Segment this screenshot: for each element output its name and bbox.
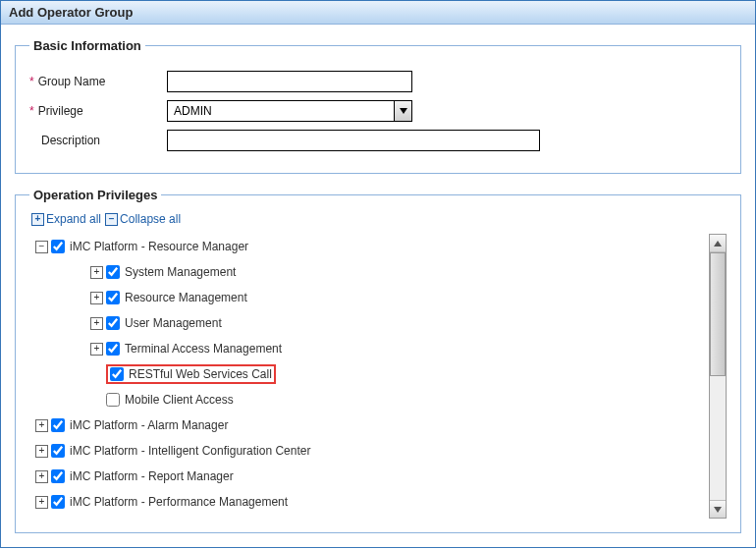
group-name-label-text: Group Name [38, 75, 106, 88]
tree-node[interactable]: +Terminal Access Management [90, 336, 709, 361]
basic-information-fieldset: Basic Information * Group Name * Privile… [15, 38, 741, 174]
tree-toolbar: + Expand all − Collapse all [31, 212, 727, 226]
group-name-row: * Group Name [29, 71, 727, 92]
tree-node[interactable]: Mobile Client Access [90, 387, 709, 412]
tree-area: −iMC Platform - Resource Manager+System … [29, 234, 727, 519]
tree-checkbox[interactable] [110, 367, 124, 381]
operation-privileges-fieldset: Operation Privileges + Expand all − Coll… [15, 188, 741, 533]
expand-all-label: Expand all [46, 212, 101, 226]
privilege-label: * Privilege [29, 104, 167, 118]
chevron-down-icon[interactable] [394, 101, 411, 121]
panel-title: Add Operator Group [1, 1, 755, 25]
privilege-tree: −iMC Platform - Resource Manager+System … [29, 234, 709, 515]
tree-node-label: RESTful Web Services Call [129, 367, 272, 381]
highlighted-node: RESTful Web Services Call [106, 364, 276, 384]
tree-node-label: iMC Platform - Resource Manager [70, 240, 248, 253]
tree-checkbox[interactable] [106, 291, 120, 304]
tree-node[interactable]: +iMC Platform - Report Manager [35, 464, 709, 489]
scroll-down-icon[interactable] [710, 500, 726, 518]
tree-node-label: User Management [125, 316, 222, 330]
basic-information-legend: Basic Information [29, 38, 145, 53]
privilege-value: ADMIN [168, 104, 394, 118]
collapse-all-label: Collapse all [120, 212, 181, 226]
description-label: Description [29, 134, 167, 147]
vertical-scrollbar[interactable] [709, 234, 727, 519]
tree-checkbox[interactable] [51, 444, 65, 458]
tree-node-label: iMC Platform - Alarm Manager [70, 418, 228, 432]
privilege-label-text: Privilege [38, 104, 83, 118]
required-marker: * [29, 75, 34, 88]
svg-marker-2 [714, 507, 722, 513]
collapse-all-button[interactable]: − Collapse all [105, 212, 181, 226]
collapse-icon[interactable]: − [35, 241, 48, 253]
expand-icon[interactable]: + [90, 266, 103, 279]
scroll-track[interactable] [710, 252, 726, 500]
description-label-text: Description [41, 134, 100, 147]
tree-checkbox[interactable] [51, 240, 65, 253]
tree-node-label: iMC Platform - Performance Management [70, 495, 288, 509]
tree-checkbox[interactable] [51, 469, 65, 483]
group-name-label: * Group Name [29, 75, 167, 88]
tree-node-label: Terminal Access Management [125, 342, 282, 356]
tree-spacer [90, 368, 103, 381]
tree-node[interactable]: +iMC Platform - Performance Management [35, 489, 709, 515]
tree-node-label: iMC Platform - Intelligent Configuration… [70, 444, 310, 458]
tree-node[interactable]: −iMC Platform - Resource Manager [35, 234, 709, 259]
tree-node-label: System Management [125, 265, 236, 279]
expand-icon[interactable]: + [90, 292, 103, 304]
required-marker: * [29, 104, 34, 118]
tree-node[interactable]: +iMC Platform - Intelligent Configuratio… [35, 438, 709, 464]
add-operator-group-panel: Add Operator Group Basic Information * G… [0, 0, 756, 548]
group-name-input[interactable] [167, 71, 412, 92]
tree-node[interactable]: +System Management [90, 259, 709, 285]
tree-checkbox[interactable] [106, 342, 120, 356]
tree-node[interactable]: RESTful Web Services Call [90, 361, 709, 387]
privilege-row: * Privilege ADMIN [29, 100, 727, 122]
privilege-select[interactable]: ADMIN [167, 100, 412, 122]
expand-icon[interactable]: + [90, 317, 103, 330]
scroll-thumb[interactable] [710, 252, 726, 376]
tree-spacer [90, 394, 103, 407]
tree-node-label: iMC Platform - Report Manager [70, 469, 234, 483]
tree-checkbox[interactable] [106, 265, 120, 279]
svg-marker-0 [400, 108, 407, 114]
tree-checkbox[interactable] [51, 495, 65, 509]
tree-checkbox[interactable] [106, 393, 120, 407]
tree-checkbox[interactable] [51, 418, 65, 432]
expand-all-button[interactable]: + Expand all [31, 212, 101, 226]
tree-node[interactable]: +User Management [90, 310, 709, 336]
scroll-up-icon[interactable] [710, 235, 726, 252]
tree-node-label: Mobile Client Access [125, 393, 234, 407]
tree-node-label: Resource Management [125, 291, 247, 304]
tree-node[interactable]: +iMC Platform - Alarm Manager [35, 412, 709, 438]
expand-icon[interactable]: + [35, 419, 48, 432]
expand-icon[interactable]: + [35, 470, 48, 483]
tree-node[interactable]: +Resource Management [90, 285, 709, 310]
operation-privileges-legend: Operation Privileges [29, 188, 161, 202]
tree-checkbox[interactable] [106, 316, 120, 330]
expand-icon[interactable]: + [35, 445, 48, 458]
expand-icon[interactable]: + [35, 496, 48, 509]
description-row: Description [29, 130, 727, 151]
description-input[interactable] [167, 130, 540, 151]
expand-icon[interactable]: + [90, 343, 103, 356]
svg-marker-1 [714, 241, 722, 247]
panel-body: Basic Information * Group Name * Privile… [1, 25, 755, 547]
plus-icon: + [31, 213, 44, 226]
minus-icon: − [105, 213, 118, 226]
tree-scroll: −iMC Platform - Resource Manager+System … [29, 234, 709, 519]
